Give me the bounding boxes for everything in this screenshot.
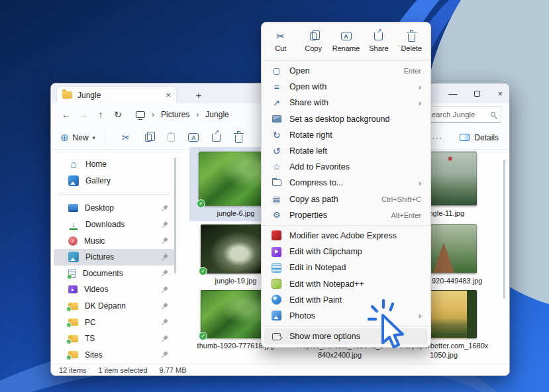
share-action[interactable]: Share bbox=[362, 28, 395, 54]
refresh-button[interactable]: ↻ bbox=[109, 109, 126, 120]
clipchamp-icon bbox=[271, 246, 282, 258]
more-options-button[interactable]: ··· bbox=[432, 132, 442, 142]
sidebar-item-label: DK Dépann bbox=[85, 301, 126, 311]
sidebar-item-pictures[interactable]: Pictures bbox=[54, 249, 174, 266]
menu-item-notepad[interactable]: Edit in Notepad bbox=[264, 260, 428, 275]
sync-check-icon bbox=[66, 322, 72, 328]
pin-icon bbox=[160, 285, 170, 295]
maximize-button[interactable] bbox=[474, 91, 480, 97]
toolbar-divider bbox=[105, 131, 105, 144]
menu-item-rotate-left[interactable]: Rotate left bbox=[264, 143, 428, 159]
sidebar-item-documents[interactable]: Documents bbox=[54, 266, 174, 282]
back-button[interactable]: ← bbox=[58, 109, 75, 120]
menu-item-compress-to[interactable]: Compress to... › bbox=[264, 175, 428, 191]
menu-item-share-with[interactable]: Share with › bbox=[264, 95, 428, 111]
folder-icon bbox=[68, 351, 78, 358]
sidebar-item-gallery[interactable]: Gallery bbox=[54, 173, 174, 189]
paste-icon bbox=[168, 133, 175, 142]
sidebar-item-home[interactable]: Home bbox=[54, 156, 174, 173]
cut-button[interactable]: ✂ bbox=[115, 132, 137, 144]
pin-icon bbox=[160, 334, 170, 344]
sidebar-item-downloads[interactable]: Downloads bbox=[54, 217, 174, 233]
breadcrumb-pictures[interactable]: Pictures bbox=[161, 110, 189, 119]
copy-button[interactable] bbox=[137, 134, 160, 142]
action-label: Copy bbox=[305, 44, 322, 52]
tab-close-icon[interactable]: × bbox=[166, 91, 171, 99]
pin-icon bbox=[160, 317, 170, 327]
search-icon bbox=[491, 112, 495, 117]
new-tab-button[interactable]: + bbox=[191, 87, 206, 102]
sync-check-icon bbox=[66, 307, 72, 312]
pictures-icon bbox=[68, 252, 79, 262]
menu-item-open-with[interactable]: Open with › bbox=[264, 79, 428, 95]
notepad-plus-plus-icon bbox=[271, 278, 282, 289]
menu-item-label: Edit with Notepad++ bbox=[289, 279, 364, 289]
tab-title: Jungle bbox=[77, 91, 101, 100]
mouse-cursor bbox=[364, 298, 415, 354]
sync-check-icon bbox=[197, 199, 205, 208]
sidebar-item-videos[interactable]: Videos bbox=[54, 281, 174, 298]
pin-icon bbox=[160, 350, 170, 360]
sidebar-item-label: Sites bbox=[85, 350, 103, 360]
screen: { "explorer": { "tab": { "title": "Jungl… bbox=[0, 0, 549, 392]
action-label: Rename bbox=[332, 44, 360, 52]
open-with-icon bbox=[271, 81, 282, 93]
menu-item-copy-as-path[interactable]: Copy as path Ctrl+Shift+C bbox=[264, 191, 428, 207]
tab-jungle[interactable]: Jungle × bbox=[56, 86, 177, 103]
sidebar-scrollbar[interactable] bbox=[174, 158, 176, 273]
share-button[interactable] bbox=[205, 134, 227, 142]
menu-item-open[interactable]: Open Enter bbox=[264, 63, 428, 79]
up-button[interactable]: ↑ bbox=[92, 109, 109, 120]
menu-item-add-to-favorites[interactable]: Add to Favorites bbox=[264, 159, 428, 175]
search-input[interactable] bbox=[426, 111, 487, 119]
folder-icon bbox=[62, 91, 72, 99]
sidebar-item-ts[interactable]: TS bbox=[54, 330, 174, 347]
details-button[interactable]: Details bbox=[460, 133, 499, 142]
forward-button[interactable]: → bbox=[75, 109, 92, 120]
plus-circle-icon: ⊕ bbox=[60, 132, 69, 144]
paste-button[interactable] bbox=[160, 133, 182, 142]
delete-action[interactable]: Delete bbox=[395, 28, 428, 54]
minimize-button[interactable]: — bbox=[448, 89, 457, 99]
sidebar-item-label: Music bbox=[84, 236, 105, 246]
sidebar-item-music[interactable]: Music bbox=[54, 232, 174, 249]
menu-item-set-as-desktop-background[interactable]: Set as desktop background bbox=[264, 111, 428, 127]
menu-item-properties[interactable]: Properties Alt+Enter bbox=[264, 207, 428, 223]
this-pc-icon[interactable] bbox=[136, 111, 145, 118]
rename-icon: A bbox=[341, 30, 352, 42]
sidebar-item-sites[interactable]: Sites bbox=[54, 347, 174, 364]
menu-item-adobe-express[interactable]: Modifier avec Adobe Express bbox=[264, 228, 428, 244]
file-list-scrollbar[interactable] bbox=[503, 160, 505, 299]
menu-item-label: Open with bbox=[289, 82, 326, 91]
sidebar-item-label: Pictures bbox=[85, 252, 114, 262]
new-button[interactable]: ⊕ New ▾ bbox=[60, 132, 95, 144]
menu-item-label: Edit with Clipchamp bbox=[289, 247, 362, 256]
delete-button[interactable] bbox=[227, 132, 250, 143]
sidebar-item-label: Downloads bbox=[85, 220, 125, 229]
notepad-icon bbox=[271, 262, 282, 273]
action-label: Cut bbox=[275, 44, 286, 52]
sidebar-item-label: Documents bbox=[83, 269, 123, 278]
quick-actions-row: ✂ Cut Copy A Rename Share Delete bbox=[262, 25, 430, 58]
menu-item-rotate-right[interactable]: Rotate right bbox=[264, 127, 428, 143]
menu-item-notepad-plus-plus[interactable]: Edit with Notepad++ bbox=[264, 275, 428, 291]
menu-item-clipchamp[interactable]: Edit with Clipchamp bbox=[264, 244, 428, 260]
rename-action[interactable]: A Rename bbox=[330, 28, 362, 54]
menu-item-label: Share with bbox=[289, 98, 328, 107]
action-label: Share bbox=[369, 44, 388, 52]
close-button[interactable]: × bbox=[497, 89, 503, 99]
copy-icon bbox=[310, 30, 317, 42]
copy-action[interactable]: Copy bbox=[297, 28, 329, 54]
sidebar-item-label: PC bbox=[85, 318, 96, 327]
trash-icon bbox=[235, 135, 242, 143]
sidebar-item-dk-depann[interactable]: DK Dépann bbox=[54, 298, 174, 315]
selection-size: 9.77 MB bbox=[160, 366, 187, 374]
adobe-express-icon bbox=[271, 230, 282, 241]
sidebar-item-desktop[interactable]: Desktop bbox=[54, 200, 174, 217]
music-icon bbox=[68, 236, 77, 246]
sidebar-item-pc[interactable]: PC bbox=[54, 314, 174, 330]
breadcrumb-jungle[interactable]: Jungle bbox=[205, 110, 228, 119]
cut-action[interactable]: ✂ Cut bbox=[264, 28, 297, 54]
pin-icon bbox=[160, 203, 170, 213]
rename-button[interactable]: A bbox=[182, 133, 205, 142]
